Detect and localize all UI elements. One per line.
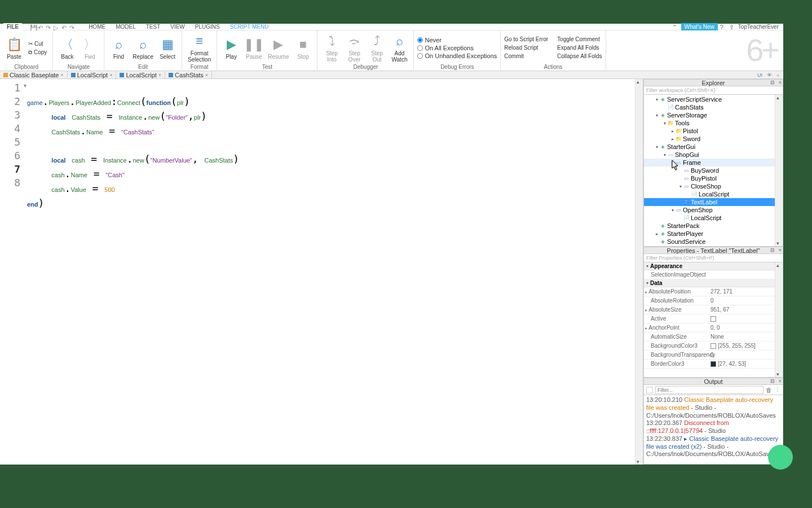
properties-list[interactable]: ▾AppearanceSelectionImageObject▾DataAbso… — [643, 262, 783, 378]
explorer-tree[interactable]: ▾◈ServerScriptService📄CashStats▾◈ServerS… — [643, 95, 783, 247]
close-icon[interactable]: × — [158, 72, 161, 78]
ui-mode-button[interactable]: UI — [756, 72, 764, 78]
property-group[interactable]: ▾Appearance — [644, 262, 783, 270]
add-watch-button[interactable]: ⌕Add Watch — [389, 32, 410, 64]
collapse-ribbon-icon[interactable]: ⌃ — [672, 24, 679, 30]
tree-node[interactable]: 📄LocalScript — [644, 190, 783, 198]
property-row[interactable]: AbsoluteRotation0 — [644, 296, 783, 305]
help-icon[interactable]: ? — [720, 24, 727, 30]
clear-icon[interactable]: 🗑 — [766, 387, 772, 393]
explorer-filter[interactable]: Filter workspace (Ctrl+Shift+X) — [643, 86, 783, 95]
property-row[interactable]: AnchorPoint0, 0 — [644, 323, 783, 332]
copy-button[interactable]: ⧉Copy — [26, 48, 49, 56]
properties-scrollbar[interactable] — [775, 262, 783, 377]
tree-node[interactable]: ▾▭ShopGui — [644, 151, 783, 159]
format-selection-button[interactable]: ≡Format Selection — [186, 32, 213, 64]
back-button[interactable]: 〈Back — [56, 35, 78, 61]
tree-node[interactable]: TTextLabel — [644, 198, 783, 206]
property-row[interactable]: AutomaticSizeNone — [644, 332, 783, 341]
tree-node[interactable]: ▭BuyPistol — [644, 174, 783, 182]
tab-plugins[interactable]: PLUGINS — [191, 23, 224, 30]
tree-node[interactable]: ▸◈StarterPlayer — [644, 230, 783, 238]
filter-icon[interactable] — [646, 387, 653, 393]
help-fab[interactable] — [768, 445, 793, 470]
share-icon[interactable]: ⇪ — [729, 24, 736, 30]
undo2-icon[interactable]: ↶ — [61, 24, 67, 30]
code-editor[interactable]: 12345678 game.Players.PlayerAdded:Connec… — [0, 79, 643, 465]
paste-button[interactable]: 📋Paste — [3, 35, 25, 61]
tree-node[interactable]: ▾▭Frame — [644, 159, 783, 167]
property-row[interactable]: BackgroundColor3[255, 255, 255] — [644, 341, 783, 351]
output-body[interactable]: 13:20:10.210 Classic Baseplate auto-reco… — [643, 395, 783, 465]
tree-node[interactable]: ◈SoundService — [644, 238, 783, 246]
pause-button[interactable]: ❚❚Pause — [243, 35, 264, 61]
pin-icon[interactable]: ⊟ — [770, 247, 775, 253]
commit-link[interactable]: Commit — [504, 52, 548, 60]
script-tab[interactable]: LocalScript× — [116, 71, 165, 79]
property-row[interactable]: BorderColor3[27, 42, 53] — [644, 360, 783, 369]
redo-icon[interactable]: ↷ — [46, 24, 51, 30]
tree-node[interactable]: 📄CashStats — [644, 103, 783, 111]
property-row[interactable]: SelectionImageObject — [644, 270, 783, 279]
play-icon[interactable]: ▷ — [54, 24, 59, 30]
file-menu[interactable]: FILE — [3, 23, 22, 30]
pin-icon[interactable]: ⊟ — [770, 80, 775, 85]
cut-button[interactable]: ✂Cut — [26, 40, 49, 48]
save-icon[interactable]: 💾 — [30, 24, 36, 30]
tree-node[interactable]: ◈StarterPack — [644, 222, 783, 230]
property-row[interactable]: AbsolutePosition272, 171 — [644, 287, 783, 296]
tree-node[interactable]: ▾◈ServerStorage — [644, 111, 783, 119]
expand-folds-link[interactable]: Expand All Folds — [557, 43, 602, 52]
tree-node[interactable]: ▸📁Pistol — [644, 127, 783, 135]
tree-node[interactable]: ▾▭OpenShop — [644, 206, 783, 214]
property-row[interactable]: Active — [644, 314, 783, 323]
whats-new-button[interactable]: What's New — [681, 23, 718, 30]
find-button[interactable]: ⌕Find — [108, 35, 129, 61]
close-icon[interactable]: × — [779, 378, 782, 384]
toggle-comment-link[interactable]: Toggle Comment — [557, 35, 602, 43]
close-icon[interactable]: × — [109, 72, 112, 78]
fwd-button[interactable]: 〉Fwd — [79, 35, 100, 61]
explorer-scrollbar[interactable] — [775, 95, 783, 246]
stop-button[interactable]: ■Stop — [292, 35, 314, 61]
code-area[interactable]: game.Players.PlayerAdded:Connect(functio… — [27, 79, 635, 465]
tab-model[interactable]: MODEL — [111, 23, 140, 30]
step-over-button[interactable]: ⤼Step Over — [343, 32, 365, 64]
output-filter-input[interactable] — [655, 386, 764, 394]
step-out-button[interactable]: ⤴Step Out — [366, 32, 387, 64]
undo-icon[interactable]: ↶ — [38, 24, 43, 30]
tree-node[interactable]: ▾▭CloseShop — [644, 182, 783, 190]
collapse-folds-link[interactable]: Collapse All Folds — [557, 52, 602, 60]
device-icon[interactable]: ⟐ — [775, 72, 781, 78]
tree-node[interactable]: ▾◈StarterGui — [644, 143, 783, 151]
tab-home[interactable]: HOME — [84, 23, 110, 30]
script-tab[interactable]: LocalScript× — [68, 71, 117, 79]
tree-node[interactable]: 📄LocalScript — [644, 214, 783, 222]
close-icon[interactable]: × — [779, 247, 782, 253]
tree-node[interactable]: ▾◈ServerScriptService — [644, 95, 783, 103]
replace-button[interactable]: ⌕Replace — [130, 35, 156, 61]
tree-node[interactable]: ▸📁Sword — [644, 135, 783, 143]
tree-node[interactable]: ▾📁Tools — [644, 119, 783, 127]
goto-script-error-link[interactable]: Go to Script Error — [504, 35, 548, 43]
close-icon[interactable]: × — [60, 72, 63, 78]
resume-button[interactable]: ▶Resume — [266, 35, 291, 61]
tab-test[interactable]: TEST — [142, 23, 165, 30]
all-exceptions-radio[interactable]: On All Exceptions — [417, 45, 497, 51]
tab-scriptmenu[interactable]: SCRIPT MENU — [226, 23, 273, 30]
editor-scrollbar[interactable] — [635, 79, 643, 465]
visibility-icon[interactable]: 👁 — [765, 72, 774, 78]
property-group[interactable]: ▾Data — [644, 279, 783, 287]
close-icon[interactable]: × — [205, 72, 208, 78]
property-row[interactable]: AbsoluteSize951, 67 — [644, 305, 783, 314]
properties-filter[interactable]: Filter Properties (Ctrl+Shift+P) — [643, 254, 783, 262]
play-button[interactable]: ▶Play — [220, 35, 242, 61]
tree-node[interactable]: ▭BuySword — [644, 167, 783, 174]
step-into-button[interactable]: ⤵Step Into — [321, 32, 342, 64]
script-tab[interactable]: Classic Baseplate× — [0, 71, 68, 79]
unhandled-exceptions-radio[interactable]: On Unhandled Exceptions — [417, 52, 497, 59]
pin-icon[interactable]: ⊟ — [770, 378, 775, 384]
username-label[interactable]: TopTeacherEver — [738, 24, 781, 30]
redo2-icon[interactable]: ↷ — [69, 24, 75, 30]
tab-view[interactable]: VIEW — [166, 23, 189, 30]
